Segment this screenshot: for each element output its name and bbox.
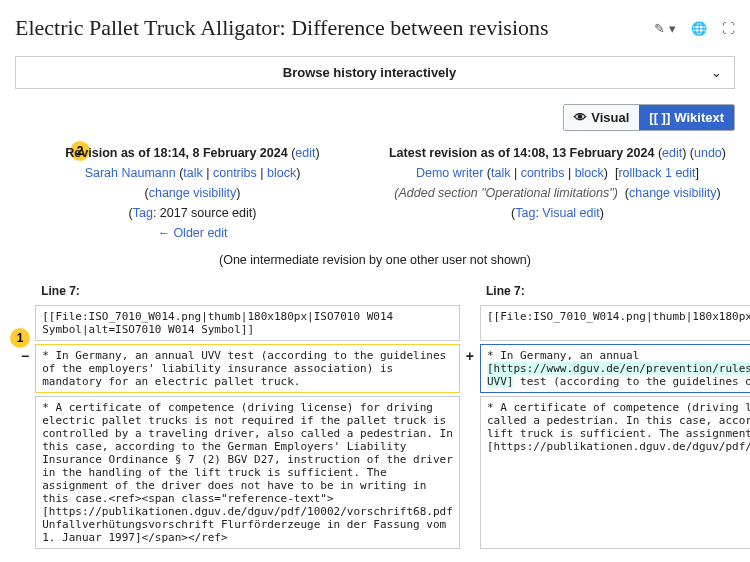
block-link[interactable]: block [575,166,604,180]
wikitext-tab[interactable]: [[ ]] Wikitext [639,105,734,130]
diff-context-right: * A certificate of competence (driving l… [480,396,750,549]
wikitext-label: Wikitext [674,110,724,125]
change-visibility-link[interactable]: change visibility [629,186,717,200]
step-marker-1: 1 [10,328,30,348]
talk-link[interactable]: talk [183,166,202,180]
chevron-down-icon: ⌄ [711,65,722,80]
diff-added-cell: * In Germany, an annual [https://www.dgu… [480,344,750,393]
contribs-link[interactable]: contribs [521,166,565,180]
diff-context-left: * A certificate of competence (driving l… [35,396,460,549]
rollback-link[interactable]: rollback 1 edit [618,166,695,180]
old-revision-info: Revision as of 18:14, 8 February 2024 (e… [15,143,370,243]
visual-tab[interactable]: 👁 Visual [564,105,639,130]
old-rev-user-link[interactable]: Sarah Naumann [85,166,176,180]
page-title: Electric Pallet Truck Alligator: Differe… [15,15,644,41]
tag-value: 2017 source edit [160,206,252,220]
diff-minus-marker: − [15,344,35,393]
line-number-left: Line 7: [35,280,460,302]
fullscreen-icon[interactable]: ⛶ [722,21,735,36]
diff-context-right: [[File:ISO_7010_W014.png|thumb|180x180px… [480,305,750,341]
change-visibility-link[interactable]: change visibility [149,186,237,200]
eye-icon: 👁 [574,110,587,125]
new-rev-heading: Latest revision as of 14:08, 13 February… [389,146,654,160]
new-revision-info: Latest revision as of 14:08, 13 February… [380,143,735,243]
old-rev-heading: Revision as of 18:14, 8 February 2024 [65,146,287,160]
edit-summary: (Added section "Operational limitations"… [394,186,618,200]
older-edit-link[interactable]: ← Older edit [157,226,227,240]
diff-plus-marker: + [460,344,480,393]
browse-history-label: Browse history interactively [28,65,711,80]
new-rev-edit-link[interactable]: edit [662,146,682,160]
undo-link[interactable]: undo [694,146,722,160]
edit-icon[interactable]: ✎ ▾ [654,21,676,36]
intermediate-note: (One intermediate revision by one other … [15,253,735,267]
block-link[interactable]: block [267,166,296,180]
tag-value-link[interactable]: Visual edit [542,206,599,220]
visual-label: Visual [591,110,629,125]
diff-deleted-cell: * In Germany, an annual UVV test (accord… [35,344,460,393]
view-toggle: 👁 Visual [[ ]] Wikitext [563,104,735,131]
new-rev-user-link[interactable]: Demo writer [416,166,483,180]
diff-context-left: [[File:ISO_7010_W014.png|thumb|180x180px… [35,305,460,341]
line-number-right: Line 7: [480,280,750,302]
tag-link[interactable]: Tag [515,206,535,220]
diff-table: Line 7: Line 7: [[File:ISO_7010_W014.png… [15,277,750,552]
browse-history-bar[interactable]: Browse history interactively ⌄ [15,56,735,89]
language-icon[interactable]: 🌐 [691,21,707,36]
contribs-link[interactable]: contribs [213,166,257,180]
brackets-icon: [[ ]] [649,110,670,125]
old-rev-edit-link[interactable]: edit [295,146,315,160]
talk-link[interactable]: talk [491,166,510,180]
tag-link[interactable]: Tag [133,206,153,220]
